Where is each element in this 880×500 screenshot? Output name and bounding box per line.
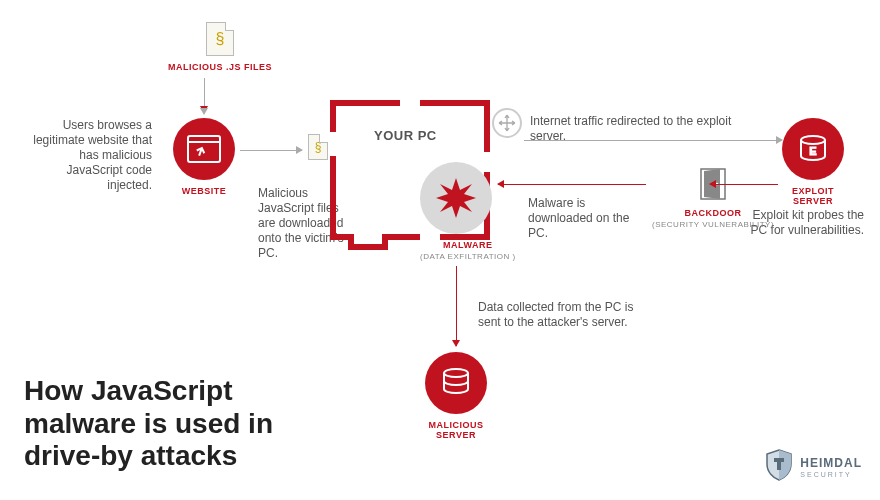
arrow-backdoor-to-malware [498,184,646,185]
malicious-server-label: MALICIOUS SERVER [411,420,501,440]
redirect-icon [492,108,522,138]
malicious-server-icon [425,352,487,414]
website-icon [173,118,235,180]
node-exploit-server: E EXPLOIT SERVER [782,118,853,206]
arrow-pc-to-exploit [524,140,782,141]
small-js-file-icon: § [308,134,328,160]
malware-sublabel: (DATA EXFILTRATION ) [420,252,516,261]
backdoor-label: BACKDOOR [652,208,774,218]
svg-marker-6 [436,178,476,218]
your-pc-label: YOUR PC [374,128,437,143]
malware-circle [420,162,492,234]
node-backdoor: BACKDOOR (SECURITY VULNERABILITY) [652,168,774,229]
svg-text:E: E [809,145,816,157]
desc-exfil: Data collected from the PC is sent to th… [478,300,648,330]
shield-icon [764,448,794,482]
node-malware: MALWARE (DATA EXFILTRATION ) [420,162,516,261]
svg-point-7 [444,369,468,377]
desc-browse: Users browses a legitimate website that … [24,118,152,193]
exploit-server-label: EXPLOIT SERVER [773,186,853,206]
arrow-jsfiles-to-website [204,78,205,112]
arrow-exploit-to-backdoor [710,184,778,185]
node-js-files: § MALICIOUS .JS FILES [168,22,272,72]
svg-point-2 [801,136,825,144]
backdoor-sublabel: (SECURITY VULNERABILITY) [652,220,774,229]
js-files-label: MALICIOUS .JS FILES [168,62,272,72]
malware-label: MALWARE [420,240,516,250]
desc-malware-dl: Malware is downloaded on the PC. [528,196,638,241]
arrow-malware-to-server [456,266,457,346]
exploit-server-icon: E [782,118,844,180]
svg-rect-0 [188,136,220,162]
js-file-icon: § [206,22,234,56]
burst-icon [434,176,478,220]
website-label: WEBSITE [173,186,235,196]
diagram-title: How JavaScript malware is used in drive-… [24,375,304,472]
brand-logo: HEIMDAL SECURITY [764,448,862,482]
brand-name: HEIMDAL [800,456,862,470]
node-website: WEBSITE [173,118,235,196]
node-malicious-server: MALICIOUS SERVER [425,352,501,440]
arrow-website-to-pc [240,150,302,151]
